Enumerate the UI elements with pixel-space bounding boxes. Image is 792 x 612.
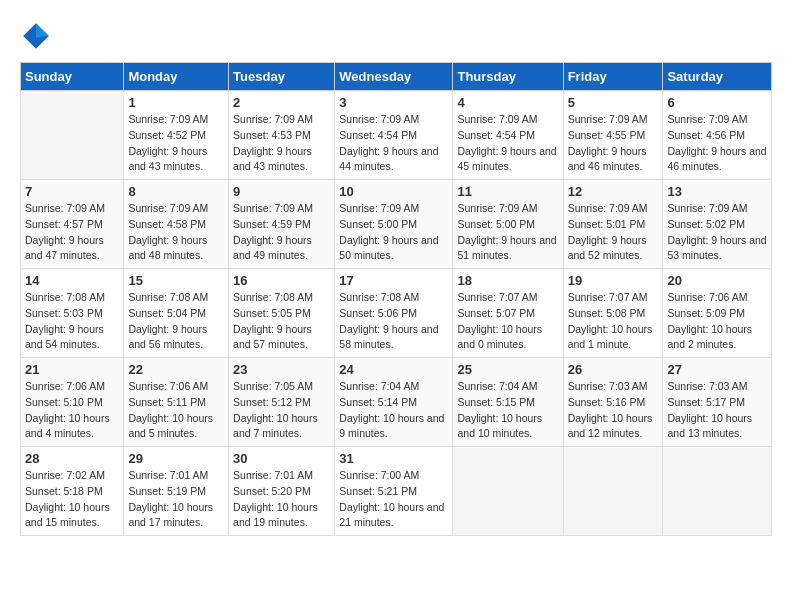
sunset-text: Sunset: 5:03 PM <box>25 307 103 319</box>
day-info: Sunrise: 7:06 AM Sunset: 5:09 PM Dayligh… <box>667 290 767 353</box>
day-info: Sunrise: 7:06 AM Sunset: 5:11 PM Dayligh… <box>128 379 224 442</box>
sunset-text: Sunset: 5:14 PM <box>339 396 417 408</box>
day-cell: 23 Sunrise: 7:05 AM Sunset: 5:12 PM Dayl… <box>229 358 335 447</box>
sunset-text: Sunset: 5:18 PM <box>25 485 103 497</box>
day-number: 4 <box>457 95 558 110</box>
day-info: Sunrise: 7:09 AM Sunset: 5:01 PM Dayligh… <box>568 201 659 264</box>
sunset-text: Sunset: 4:54 PM <box>339 129 417 141</box>
sunset-text: Sunset: 5:12 PM <box>233 396 311 408</box>
day-cell: 31 Sunrise: 7:00 AM Sunset: 5:21 PM Dayl… <box>335 447 453 536</box>
sunrise-text: Sunrise: 7:03 AM <box>667 380 747 392</box>
day-number: 31 <box>339 451 448 466</box>
day-cell: 26 Sunrise: 7:03 AM Sunset: 5:16 PM Dayl… <box>563 358 663 447</box>
logo <box>20 20 58 52</box>
day-number: 8 <box>128 184 224 199</box>
sunset-text: Sunset: 5:04 PM <box>128 307 206 319</box>
day-info: Sunrise: 7:05 AM Sunset: 5:12 PM Dayligh… <box>233 379 330 442</box>
day-number: 30 <box>233 451 330 466</box>
sunrise-text: Sunrise: 7:04 AM <box>457 380 537 392</box>
day-cell: 17 Sunrise: 7:08 AM Sunset: 5:06 PM Dayl… <box>335 269 453 358</box>
sunrise-text: Sunrise: 7:09 AM <box>339 202 419 214</box>
sunrise-text: Sunrise: 7:08 AM <box>128 291 208 303</box>
day-info: Sunrise: 7:04 AM Sunset: 5:15 PM Dayligh… <box>457 379 558 442</box>
day-number: 27 <box>667 362 767 377</box>
sunset-text: Sunset: 5:21 PM <box>339 485 417 497</box>
daylight-text: Daylight: 10 hours and 12 minutes. <box>568 412 653 440</box>
sunset-text: Sunset: 5:09 PM <box>667 307 745 319</box>
daylight-text: Daylight: 10 hours and 4 minutes. <box>25 412 110 440</box>
day-info: Sunrise: 7:09 AM Sunset: 4:53 PM Dayligh… <box>233 112 330 175</box>
sunrise-text: Sunrise: 7:07 AM <box>568 291 648 303</box>
sunrise-text: Sunrise: 7:09 AM <box>667 113 747 125</box>
day-number: 14 <box>25 273 119 288</box>
day-info: Sunrise: 7:00 AM Sunset: 5:21 PM Dayligh… <box>339 468 448 531</box>
sunset-text: Sunset: 4:54 PM <box>457 129 535 141</box>
day-cell: 28 Sunrise: 7:02 AM Sunset: 5:18 PM Dayl… <box>21 447 124 536</box>
day-info: Sunrise: 7:09 AM Sunset: 4:58 PM Dayligh… <box>128 201 224 264</box>
sunrise-text: Sunrise: 7:08 AM <box>233 291 313 303</box>
header-cell-sunday: Sunday <box>21 63 124 91</box>
sunset-text: Sunset: 4:52 PM <box>128 129 206 141</box>
day-cell: 22 Sunrise: 7:06 AM Sunset: 5:11 PM Dayl… <box>124 358 229 447</box>
sunrise-text: Sunrise: 7:04 AM <box>339 380 419 392</box>
sunset-text: Sunset: 4:53 PM <box>233 129 311 141</box>
daylight-text: Daylight: 10 hours and 15 minutes. <box>25 501 110 529</box>
day-number: 17 <box>339 273 448 288</box>
day-cell: 29 Sunrise: 7:01 AM Sunset: 5:19 PM Dayl… <box>124 447 229 536</box>
sunrise-text: Sunrise: 7:06 AM <box>128 380 208 392</box>
day-cell: 12 Sunrise: 7:09 AM Sunset: 5:01 PM Dayl… <box>563 180 663 269</box>
day-number: 25 <box>457 362 558 377</box>
header-cell-tuesday: Tuesday <box>229 63 335 91</box>
day-number: 10 <box>339 184 448 199</box>
day-info: Sunrise: 7:09 AM Sunset: 4:55 PM Dayligh… <box>568 112 659 175</box>
sunrise-text: Sunrise: 7:08 AM <box>339 291 419 303</box>
day-info: Sunrise: 7:09 AM Sunset: 5:00 PM Dayligh… <box>339 201 448 264</box>
sunset-text: Sunset: 5:00 PM <box>457 218 535 230</box>
header-cell-monday: Monday <box>124 63 229 91</box>
day-cell: 8 Sunrise: 7:09 AM Sunset: 4:58 PM Dayli… <box>124 180 229 269</box>
header-cell-saturday: Saturday <box>663 63 772 91</box>
day-number: 15 <box>128 273 224 288</box>
day-cell: 1 Sunrise: 7:09 AM Sunset: 4:52 PM Dayli… <box>124 91 229 180</box>
daylight-text: Daylight: 10 hours and 19 minutes. <box>233 501 318 529</box>
day-cell: 20 Sunrise: 7:06 AM Sunset: 5:09 PM Dayl… <box>663 269 772 358</box>
sunset-text: Sunset: 5:15 PM <box>457 396 535 408</box>
day-number: 29 <box>128 451 224 466</box>
daylight-text: Daylight: 10 hours and 17 minutes. <box>128 501 213 529</box>
day-number: 6 <box>667 95 767 110</box>
sunset-text: Sunset: 5:01 PM <box>568 218 646 230</box>
sunset-text: Sunset: 5:07 PM <box>457 307 535 319</box>
week-row-4: 21 Sunrise: 7:06 AM Sunset: 5:10 PM Dayl… <box>21 358 772 447</box>
sunset-text: Sunset: 5:10 PM <box>25 396 103 408</box>
day-info: Sunrise: 7:08 AM Sunset: 5:04 PM Dayligh… <box>128 290 224 353</box>
sunrise-text: Sunrise: 7:09 AM <box>233 113 313 125</box>
sunrise-text: Sunrise: 7:02 AM <box>25 469 105 481</box>
sunrise-text: Sunrise: 7:00 AM <box>339 469 419 481</box>
day-info: Sunrise: 7:03 AM Sunset: 5:16 PM Dayligh… <box>568 379 659 442</box>
day-info: Sunrise: 7:09 AM Sunset: 4:52 PM Dayligh… <box>128 112 224 175</box>
sunset-text: Sunset: 4:56 PM <box>667 129 745 141</box>
week-row-2: 7 Sunrise: 7:09 AM Sunset: 4:57 PM Dayli… <box>21 180 772 269</box>
day-info: Sunrise: 7:02 AM Sunset: 5:18 PM Dayligh… <box>25 468 119 531</box>
sunset-text: Sunset: 5:08 PM <box>568 307 646 319</box>
daylight-text: Daylight: 9 hours and 51 minutes. <box>457 234 556 262</box>
daylight-text: Daylight: 10 hours and 1 minute. <box>568 323 653 351</box>
daylight-text: Daylight: 9 hours and 53 minutes. <box>667 234 766 262</box>
sunrise-text: Sunrise: 7:05 AM <box>233 380 313 392</box>
day-info: Sunrise: 7:09 AM Sunset: 4:54 PM Dayligh… <box>457 112 558 175</box>
sunrise-text: Sunrise: 7:01 AM <box>233 469 313 481</box>
header-row: SundayMondayTuesdayWednesdayThursdayFrid… <box>21 63 772 91</box>
day-cell: 19 Sunrise: 7:07 AM Sunset: 5:08 PM Dayl… <box>563 269 663 358</box>
day-cell: 25 Sunrise: 7:04 AM Sunset: 5:15 PM Dayl… <box>453 358 563 447</box>
week-row-1: 1 Sunrise: 7:09 AM Sunset: 4:52 PM Dayli… <box>21 91 772 180</box>
sunrise-text: Sunrise: 7:09 AM <box>667 202 747 214</box>
header <box>20 20 772 52</box>
sunset-text: Sunset: 5:17 PM <box>667 396 745 408</box>
sunrise-text: Sunrise: 7:08 AM <box>25 291 105 303</box>
day-cell <box>21 91 124 180</box>
logo-icon <box>20 20 52 52</box>
sunset-text: Sunset: 5:06 PM <box>339 307 417 319</box>
header-cell-thursday: Thursday <box>453 63 563 91</box>
sunset-text: Sunset: 5:05 PM <box>233 307 311 319</box>
sunrise-text: Sunrise: 7:09 AM <box>25 202 105 214</box>
